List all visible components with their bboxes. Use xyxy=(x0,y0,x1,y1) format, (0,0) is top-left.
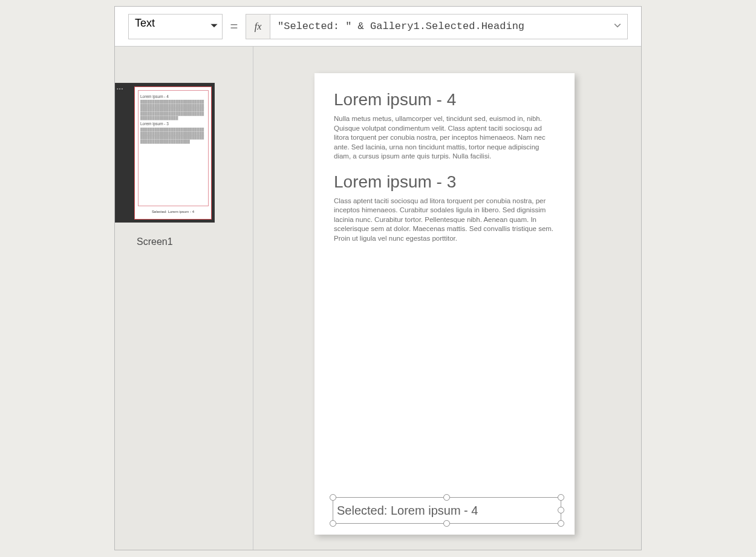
screen-thumbnail-page: Lorem ipsum - 4 ████████████████████████… xyxy=(134,86,212,220)
resize-handle-icon[interactable] xyxy=(330,520,336,527)
canvas-area[interactable]: Lorem ipsum - 4 Nulla metus metus, ullam… xyxy=(253,47,641,550)
fx-icon[interactable]: fx xyxy=(246,15,270,39)
chevron-down-icon xyxy=(210,20,218,33)
selected-label-text: Selected: Lorem ipsum - 4 xyxy=(333,504,478,518)
thumbnail-body: ████████████████████████████████████████… xyxy=(140,100,206,120)
expand-formula-icon[interactable] xyxy=(614,22,621,31)
formula-input-wrap: fx "Selected: " & Gallery1.Selected.Head… xyxy=(246,14,628,39)
property-selector[interactable]: Text xyxy=(128,14,223,39)
item-heading: Lorem ipsum - 4 xyxy=(334,90,555,109)
drag-dots-icon: ••• xyxy=(117,86,123,91)
phone-preview: Lorem ipsum - 4 Nulla metus metus, ullam… xyxy=(314,73,575,535)
gallery-item[interactable]: Lorem ipsum - 4 Nulla metus metus, ullam… xyxy=(334,90,555,161)
thumbnail-heading: Lorem ipsum - 3 xyxy=(140,122,206,126)
formula-text: "Selected: " & Gallery1.Selected.Heading xyxy=(278,21,524,32)
resize-handle-icon[interactable] xyxy=(558,520,564,527)
item-body: Class aptent taciti sociosqu ad litora t… xyxy=(334,197,555,244)
screen-name-label[interactable]: Screen1 xyxy=(137,236,173,247)
selected-label-control[interactable]: Selected: Lorem ipsum - 4 xyxy=(333,497,561,524)
gallery[interactable]: Lorem ipsum - 4 Nulla metus metus, ullam… xyxy=(334,90,555,254)
resize-handle-icon[interactable] xyxy=(558,494,564,501)
formula-bar: Text = fx "Selected: " & Gallery1.Select… xyxy=(115,7,641,47)
thumbnail-content: Lorem ipsum - 4 ████████████████████████… xyxy=(140,93,206,144)
item-heading: Lorem ipsum - 3 xyxy=(334,172,555,192)
resize-handle-icon[interactable] xyxy=(443,494,450,501)
thumbnail-body: ████████████████████████████████████████… xyxy=(140,128,206,143)
formula-input[interactable]: "Selected: " & Gallery1.Selected.Heading xyxy=(270,15,627,39)
resize-handle-icon[interactable] xyxy=(558,507,564,513)
item-body: Nulla metus metus, ullamcorper vel, tinc… xyxy=(334,114,555,161)
resize-handle-icon[interactable] xyxy=(330,494,336,501)
resize-handle-icon[interactable] xyxy=(443,520,450,527)
property-selector-value: Text xyxy=(135,17,155,29)
thumbnail-selected-label: Selected: Lorem ipsum - 4 xyxy=(135,210,211,213)
thumbnail-heading: Lorem ipsum - 4 xyxy=(140,94,206,99)
gallery-item[interactable]: Lorem ipsum - 3 Class aptent taciti soci… xyxy=(334,172,555,244)
screen-thumbnail[interactable]: ••• Lorem ipsum - 4 ████████████████████… xyxy=(115,83,215,223)
screens-sidebar: ••• Lorem ipsum - 4 ████████████████████… xyxy=(115,47,253,550)
equals-label: = xyxy=(229,19,240,34)
app-frame: Text = fx "Selected: " & Gallery1.Select… xyxy=(114,6,642,550)
